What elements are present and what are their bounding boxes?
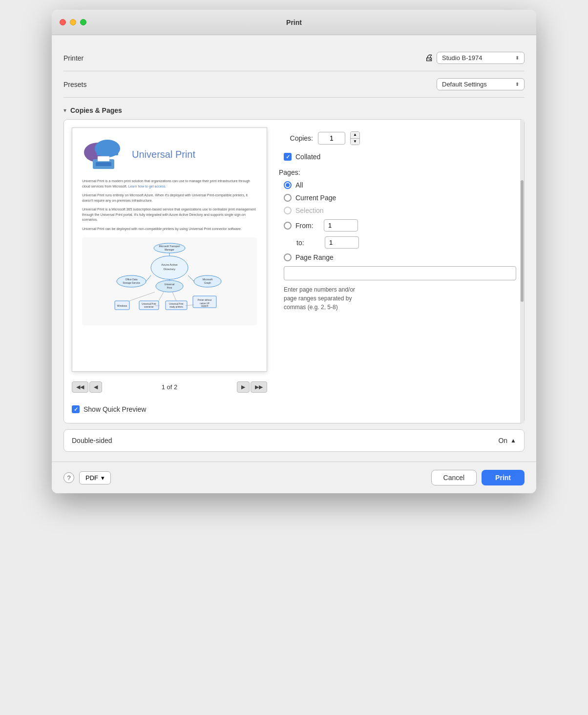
preview-paragraph3: Universal Print is a Microsoft 365 subsc… <box>82 207 257 223</box>
svg-line-28 <box>129 292 155 301</box>
checkmark-icon: ✓ <box>286 154 290 160</box>
traffic-lights <box>60 19 86 25</box>
radio-from-row[interactable]: From: <box>284 219 516 231</box>
navigation-bar: ◀◀ ◀ 1 of 2 ▶ ▶▶ <box>72 378 267 395</box>
page-range-input[interactable] <box>284 266 516 280</box>
svg-text:Azure Active: Azure Active <box>161 263 178 266</box>
pdf-dropdown[interactable]: PDF ▾ <box>79 471 111 484</box>
svg-text:Directory: Directory <box>164 268 175 271</box>
presets-row: Presets Default Settings ⬍ <box>63 71 525 98</box>
page-indicator: 1 of 2 <box>162 383 178 391</box>
last-page-button[interactable]: ▶▶ <box>251 381 267 393</box>
chevron-down-icon: ▾ <box>101 474 105 482</box>
chevron-up-icon: ▲ <box>510 437 516 444</box>
first-page-button[interactable]: ◀◀ <box>72 381 88 393</box>
preview-paragraph1: Universal Print is a modern print soluti… <box>82 179 257 189</box>
radio-all-row[interactable]: All <box>284 181 516 189</box>
presets-dropdown[interactable]: Default Settings ⬍ <box>437 78 525 90</box>
titlebar: Print <box>52 10 536 35</box>
svg-line-25 <box>188 275 194 281</box>
show-quick-preview-row: ✓ Show Quick Preview <box>72 400 267 415</box>
preview-paragraph2: Universal Print runs entirely on Microso… <box>82 193 257 203</box>
svg-text:Windows: Windows <box>117 304 127 307</box>
scrollbar-thumb[interactable] <box>521 180 524 301</box>
printer-control: 🖨 Studio B-1974 ⬍ <box>425 52 525 64</box>
radio-from-button[interactable] <box>284 222 292 230</box>
page-preview: Universal Print Universal Print is a mod… <box>72 127 267 372</box>
maximize-button[interactable] <box>80 19 86 25</box>
preview-title: Universal Print <box>132 149 195 160</box>
from-input[interactable] <box>324 219 358 231</box>
print-button[interactable]: Print <box>482 470 525 485</box>
svg-text:Universal: Universal <box>165 283 175 286</box>
copies-increment-button[interactable]: ▲ <box>351 132 359 139</box>
show-quick-preview-label: Show Quick Preview <box>84 405 146 413</box>
show-quick-preview-checkbox[interactable]: ✓ <box>72 405 80 413</box>
copies-decrement-button[interactable]: ▼ <box>351 139 359 145</box>
pdf-label: PDF <box>85 474 98 482</box>
collapse-arrow-icon[interactable]: ▾ <box>63 107 66 114</box>
preview-paragraph4: Universal Print can be deployed with non… <box>82 227 257 232</box>
help-button[interactable]: ? <box>63 472 74 483</box>
double-sided-label: Double-sided <box>72 437 112 444</box>
svg-line-36 <box>172 292 176 301</box>
controls-area: Copies: ▲ ▼ ✓ Collated Pages: <box>279 127 516 415</box>
svg-text:Storage Service: Storage Service <box>123 281 140 284</box>
radio-from-label: From: <box>295 222 320 230</box>
svg-text:Office Data: Office Data <box>126 278 138 281</box>
svg-text:Graph: Graph <box>204 281 211 284</box>
pages-section: Pages: All Current Page <box>279 168 516 312</box>
printer-row: Printer 🖨 Studio B-1974 ⬍ <box>63 45 525 71</box>
copies-input[interactable] <box>318 132 345 145</box>
to-label: to: <box>296 239 321 247</box>
radio-all-inner <box>286 183 290 187</box>
radio-selection-row[interactable]: Selection <box>284 207 516 214</box>
section-title: Copies & Pages <box>70 106 122 114</box>
radio-page-range-label: Page Range <box>295 253 334 261</box>
copies-label: Copies: <box>279 134 313 142</box>
copies-row: Copies: ▲ ▼ <box>279 131 516 145</box>
to-input[interactable] <box>325 236 359 249</box>
universal-print-logo-icon <box>82 138 126 171</box>
chevron-up-down-icon: ⬍ <box>515 55 519 61</box>
collated-row: ✓ Collated <box>284 153 516 161</box>
cancel-button[interactable]: Cancel <box>431 470 477 485</box>
nav-controls-right: ▶ ▶▶ <box>237 381 267 393</box>
radio-all-label: All <box>295 181 303 189</box>
svg-text:Manager: Manager <box>165 248 174 251</box>
radio-all-button[interactable] <box>284 181 292 189</box>
prev-page-button[interactable]: ◀ <box>89 381 102 393</box>
radio-page-range-row[interactable]: Page Range <box>284 253 516 261</box>
minimize-button[interactable] <box>70 19 76 25</box>
svg-rect-33 <box>166 301 187 310</box>
next-page-button[interactable]: ▶ <box>237 381 250 393</box>
copies-pages-header: ▾ Copies & Pages <box>63 106 525 114</box>
svg-text:connector: connector <box>144 306 154 308</box>
collated-checkbox[interactable]: ✓ <box>284 153 292 161</box>
presets-control: Default Settings ⬍ <box>437 78 525 90</box>
nav-controls-left: ◀◀ ◀ <box>72 381 102 393</box>
svg-rect-29 <box>139 301 159 310</box>
svg-rect-5 <box>96 162 111 166</box>
svg-text:ready printers: ready printers <box>169 306 183 308</box>
svg-text:Printer without: Printer without <box>198 299 212 301</box>
preview-diagram: Azure Active Directory Microsoft Transpo… <box>82 237 257 325</box>
svg-text:Universal Print: Universal Print <box>142 303 156 305</box>
page-range-hint: Enter page numbers and/orpage ranges sep… <box>284 285 516 312</box>
double-sided-section: Double-sided On ▲ <box>63 429 525 452</box>
presets-label: Presets <box>63 81 86 88</box>
close-button[interactable] <box>60 19 66 25</box>
svg-text:Microsoft: Microsoft <box>203 278 213 281</box>
radio-selection-button[interactable] <box>284 207 292 214</box>
radio-current-page-button[interactable] <box>284 194 292 202</box>
svg-rect-6 <box>98 156 109 161</box>
printer-icon: 🖨 <box>425 53 434 63</box>
double-sided-value-area: On ▲ <box>498 437 516 444</box>
radio-page-range-button[interactable] <box>284 253 292 261</box>
pages-section-label: Pages: <box>279 168 516 176</box>
svg-rect-3 <box>97 148 118 155</box>
svg-text:Microsoft Transport: Microsoft Transport <box>159 245 180 248</box>
printer-dropdown[interactable]: Studio B-1974 ⬍ <box>437 52 525 64</box>
svg-line-17 <box>146 275 151 281</box>
radio-current-page-row[interactable]: Current Page <box>284 194 516 202</box>
